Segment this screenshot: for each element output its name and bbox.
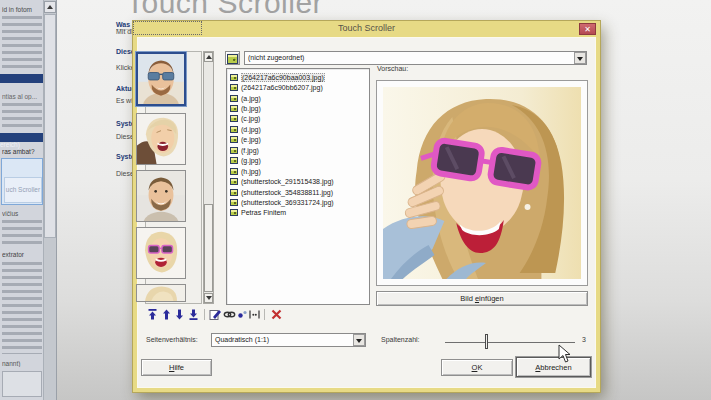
file-name: (f.jpg) (241, 147, 259, 154)
thumbnail-scrollbar[interactable] (203, 51, 214, 304)
sidebar-scroll-up-button[interactable] (44, 1, 56, 13)
image-file-icon (230, 168, 238, 175)
dialog-title: Touch Scroller (133, 23, 600, 33)
columns-slider-thumb[interactable] (485, 334, 488, 349)
thumbnail-partial[interactable] (136, 284, 186, 302)
move-bottom-icon[interactable] (187, 308, 200, 321)
sidebar-selected-bar-2[interactable]: ereich) (0, 133, 43, 142)
thumb-scroll-up-button[interactable] (204, 52, 213, 62)
toolbar-separator (264, 309, 265, 320)
sidebar-item-ntias[interactable]: ntias al op... (2, 93, 43, 100)
columns-slider-track[interactable] (445, 342, 575, 343)
move-up-icon[interactable] (160, 308, 173, 321)
aspect-dropdown-button[interactable] (353, 334, 365, 346)
category-dropdown-button[interactable] (574, 52, 586, 64)
dropdown-arrow-icon (577, 57, 583, 61)
file-listbox[interactable]: (264217a6c90baa003.jpg) (264217a6c90bb62… (226, 68, 370, 305)
file-row[interactable]: (f.jpg) (227, 145, 369, 155)
sidebar-plugin-tile[interactable]: uch Scroller (1, 158, 43, 205)
columns-label: Spaltenzahl: (381, 336, 420, 343)
sidebar-item-fotom[interactable]: id in fotom (2, 6, 43, 13)
thumbnail-man-blue-sunglasses[interactable] (136, 52, 186, 106)
image-file-icon (230, 115, 238, 122)
toolbar-separator (204, 309, 205, 320)
file-row[interactable]: (shutterstock_354838811.jpg) (227, 187, 369, 197)
category-value: (nicht zugeordnet) (244, 51, 587, 65)
file-row[interactable]: (e.jpg) (227, 135, 369, 145)
sidebar-scrollbar-thumb[interactable] (44, 14, 56, 238)
sidebar-selected-bar[interactable] (0, 74, 43, 83)
image-file-icon (230, 74, 238, 81)
dialog-titlebar[interactable]: Touch Scroller ✕ (133, 21, 600, 37)
file-row[interactable]: (c.jpg) (227, 114, 369, 124)
move-top-icon[interactable] (146, 308, 159, 321)
sidebar-item-vicius[interactable]: vičius (2, 210, 43, 217)
close-button[interactable]: ✕ (579, 23, 596, 35)
aspect-ratio-label: Seitenverhältnis: (146, 336, 198, 343)
image-file-icon (230, 189, 238, 196)
file-row[interactable]: (h.jpg) (227, 166, 369, 176)
file-name: (264217a6c90bb6207.jpg) (241, 84, 323, 91)
thumbnail-woman-pink-sunglasses[interactable] (136, 227, 186, 279)
file-row[interactable]: (d.jpg) (227, 124, 369, 134)
down-arrow-icon (206, 296, 212, 300)
file-row[interactable]: (b.jpg) (227, 103, 369, 113)
aspect-ratio-combobox[interactable]: Quadratisch (1:1) (211, 333, 366, 347)
file-name: (g.jpg) (241, 157, 261, 164)
file-row[interactable]: (shutterstock_291515438.jpg) (227, 176, 369, 186)
file-row[interactable]: (264217a6c90baa003.jpg) (227, 72, 369, 82)
mouse-cursor (558, 344, 572, 364)
portrait-thumb-2 (137, 114, 185, 164)
touch-scroller-dialog: Touch Scroller ✕ (133, 21, 600, 392)
sidebar: id in fotom ntias al op... ereich) ras a… (0, 0, 57, 400)
up-arrow-icon (206, 55, 212, 59)
picture-icon (227, 54, 238, 64)
file-row[interactable]: Petras Finitem (227, 208, 369, 218)
image-file-icon (230, 199, 238, 206)
thumbnail-woman-laughing[interactable] (136, 113, 186, 165)
thumb-scroll-down-button[interactable] (204, 293, 213, 303)
sidebar-skeleton-lines (2, 16, 42, 69)
insert-image-button[interactable]: Bild einfügen (376, 291, 588, 306)
file-name: (h.jpg) (241, 168, 261, 175)
sidebar-item-extrator[interactable]: extrator (2, 251, 43, 258)
rename-icon[interactable] (248, 308, 261, 321)
preview-photo-woman-pink-sunglasses (383, 87, 581, 279)
image-file-icon (230, 84, 238, 91)
sidebar-bottom-box (2, 371, 42, 397)
file-name: (a.jpg) (241, 95, 261, 102)
preview-frame (376, 80, 588, 286)
portrait-thumb-5 (137, 285, 185, 301)
image-file-icon (230, 95, 238, 102)
dropdown-arrow-icon (356, 339, 362, 343)
file-name: (shutterstock_369331724.jpg) (241, 199, 334, 206)
ok-button[interactable]: OK (441, 359, 513, 376)
file-name: (d.jpg) (241, 126, 261, 133)
delete-icon[interactable] (270, 308, 283, 321)
edit-icon[interactable] (209, 308, 222, 321)
sidebar-item-ereich[interactable]: ereich) (0, 141, 20, 148)
category-combobox[interactable]: (nicht zugeordnet) (244, 51, 587, 65)
file-row[interactable]: (shutterstock_369331724.jpg) (227, 197, 369, 207)
sidebar-item-ambat[interactable]: ras ambat? (2, 148, 43, 155)
portrait-thumb-1 (138, 54, 184, 104)
move-down-icon[interactable] (173, 308, 186, 321)
help-button[interactable]: Hilfe (141, 359, 212, 376)
image-file-icon (230, 157, 238, 164)
image-category-button[interactable] (225, 51, 240, 65)
image-file-icon (230, 209, 238, 216)
preview-label: Vorschau: (377, 65, 408, 72)
file-row[interactable]: (a.jpg) (227, 93, 369, 103)
thumbnail-man-beard-smiling[interactable] (136, 170, 186, 222)
cancel-button[interactable]: Abbrechen (516, 357, 591, 377)
columns-value: 3 (582, 336, 586, 343)
sidebar-item-nannt[interactable]: nannt) (2, 360, 43, 367)
image-file-icon (230, 105, 238, 112)
sidebar-tile-label[interactable]: uch Scroller (4, 177, 42, 203)
file-row[interactable]: (264217a6c90bb6207.jpg) (227, 82, 369, 92)
thumb-scrollbar-thumb[interactable] (204, 204, 213, 292)
file-row[interactable]: (g.jpg) (227, 156, 369, 166)
aspect-ratio-value: Quadratisch (1:1) (211, 333, 366, 347)
screen: Touch Scroller Was kann dieses Plugin? M… (0, 0, 711, 400)
link-icon[interactable] (223, 308, 236, 321)
